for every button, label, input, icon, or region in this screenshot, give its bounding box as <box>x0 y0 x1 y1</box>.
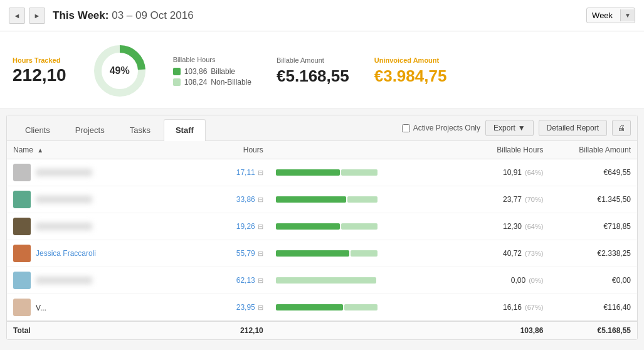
donut-label: 49% <box>110 65 130 77</box>
table-cell-name <box>7 267 199 294</box>
bar-green <box>276 196 346 203</box>
table-header-row: Name ▲ Hours Billable Hours Billable Amo… <box>7 141 637 159</box>
billable-pct-label: (0%) <box>527 277 543 284</box>
table-row: 19,26⊟12,30 (64%)€718,85 <box>7 213 637 240</box>
active-projects-checkbox-label[interactable]: Active Projects Only <box>402 124 480 132</box>
table-cell-billable-hours: 12,30 (64%) <box>445 213 550 240</box>
staff-name-link[interactable]: Jessica Fraccaroli <box>36 249 96 258</box>
table-cell-billable-amount: €116,40 <box>549 294 637 322</box>
hours-detail-icon: ⊟ <box>258 250 263 257</box>
table-cell-hours[interactable]: 17,11⊟ <box>199 159 270 186</box>
table-cell-hours[interactable]: 62,13⊟ <box>199 267 270 294</box>
detailed-report-button[interactable]: Detailed Report <box>539 120 607 136</box>
col-header-hours: Hours <box>199 141 270 159</box>
hours-link[interactable]: 55,79 <box>236 249 255 258</box>
export-button[interactable]: Export ▼ <box>485 120 534 136</box>
bar-green <box>276 223 340 230</box>
billable-hours-label: Billable Hours <box>173 56 251 63</box>
table-cell-hours[interactable]: 23,95⊟ <box>199 294 270 322</box>
active-projects-checkbox[interactable] <box>402 124 410 132</box>
hours-link[interactable]: 62,13 <box>236 276 255 285</box>
total-billable-amount: €5.168,55 <box>549 321 637 339</box>
print-button[interactable]: 🖨 <box>612 120 631 136</box>
bar-light <box>347 196 377 203</box>
week-title: This Week: 03 – 09 Oct 2016 <box>53 9 194 22</box>
billable-hours-value: 16,16 <box>503 303 522 312</box>
bar-light <box>344 304 377 310</box>
prev-button[interactable]: ◄ <box>9 8 25 24</box>
col-header-billable-hours: Billable Hours <box>445 141 550 159</box>
hours-detail-icon: ⊟ <box>258 169 263 176</box>
hours-link[interactable]: 33,86 <box>236 195 255 204</box>
tab-staff[interactable]: Staff <box>164 119 206 141</box>
table-row: Jessica Fraccaroli55,79⊟40,72 (73%)€2.33… <box>7 240 637 267</box>
table-cell-billable-hours: 16,16 (67%) <box>445 294 550 322</box>
table-cell-bar <box>270 267 445 294</box>
table-cell-hours[interactable]: 33,86⊟ <box>199 186 270 213</box>
table-cell-bar <box>270 240 445 267</box>
non-billable-hours-value: 108,24 <box>184 78 208 87</box>
total-billable-hours: 103,86 <box>445 321 550 339</box>
summary-bar: Hours Tracked 212,10 49% Billable Hours … <box>0 31 644 109</box>
billable-legend: 103,86 Billable 108,24 Non-Billable <box>173 67 251 87</box>
avatar <box>13 299 31 316</box>
avatar <box>13 218 31 235</box>
hours-link[interactable]: 17,11 <box>236 168 255 177</box>
billable-amount-section: Billable Amount €5.168,55 <box>277 56 349 86</box>
non-billable-legend-item: 108,24 Non-Billable <box>173 78 251 87</box>
tab-projects[interactable]: Projects <box>63 119 117 141</box>
bar-light <box>351 250 377 257</box>
col-header-billable-amount: Billable Amount <box>549 141 637 159</box>
total-hours: 212,10 <box>199 321 270 339</box>
non-billable-legend-label: Non-Billable <box>211 78 251 87</box>
billable-hours-value: 103,86 <box>184 67 208 76</box>
table-cell-billable-amount: €1.345,50 <box>549 186 637 213</box>
staff-table: Name ▲ Hours Billable Hours Billable Amo… <box>7 141 637 339</box>
bar-light <box>276 277 376 284</box>
period-select-input[interactable]: Week Day Month Year <box>587 8 620 23</box>
hours-link[interactable]: 23,95 <box>236 303 255 312</box>
bar-green <box>276 250 349 257</box>
table-cell-name <box>7 159 199 186</box>
staff-name-blurred <box>36 169 92 176</box>
table-cell-billable-hours: 0,00 (0%) <box>445 267 550 294</box>
sort-arrow-icon: ▲ <box>37 147 43 154</box>
select-arrow-icon: ▼ <box>620 9 635 21</box>
table-cell-hours[interactable]: 55,79⊟ <box>199 240 270 267</box>
hours-detail-icon: ⊟ <box>258 196 263 203</box>
table-total-row: Total212,10103,86€5.168,55 <box>7 321 637 339</box>
avatar <box>13 191 31 208</box>
billable-dot <box>173 68 181 75</box>
table-cell-billable-amount: €0,00 <box>549 267 637 294</box>
billable-hours-value: 0,00 <box>511 276 525 285</box>
avatar <box>13 164 31 181</box>
table-row: 17,11⊟10,91 (64%)€649,55 <box>7 159 637 186</box>
table-cell-hours[interactable]: 19,26⊟ <box>199 213 270 240</box>
export-dropdown-icon: ▼ <box>518 124 525 132</box>
tabs-bar: Clients Projects Tasks Staff Active Proj… <box>7 115 637 141</box>
hours-tracked-value: 212,10 <box>13 65 66 85</box>
billable-pct-label: (64%) <box>523 223 543 230</box>
billable-amount-label: Billable Amount <box>277 56 349 64</box>
col-header-bar <box>270 141 445 159</box>
total-bar-empty <box>270 321 445 339</box>
bar-light <box>341 169 377 176</box>
table-cell-bar <box>270 294 445 322</box>
tab-clients[interactable]: Clients <box>13 119 62 141</box>
table-cell-billable-hours: 23,77 (70%) <box>445 186 550 213</box>
hours-link[interactable]: 19,26 <box>236 222 255 231</box>
billable-hours-section: Billable Hours 103,86 Billable 108,24 No… <box>173 56 251 87</box>
table-cell-billable-hours: 40,72 (73%) <box>445 240 550 267</box>
table-cell-name <box>7 213 199 240</box>
next-button[interactable]: ► <box>29 8 45 24</box>
avatar <box>13 245 31 262</box>
non-billable-dot <box>173 78 181 86</box>
table-cell-billable-amount: €718,85 <box>549 213 637 240</box>
tab-tasks[interactable]: Tasks <box>118 119 162 141</box>
table-cell-name <box>7 186 199 213</box>
table-row: V...23,95⊟16,16 (67%)€116,40 <box>7 294 637 322</box>
hours-detail-icon: ⊟ <box>258 277 263 284</box>
col-header-name[interactable]: Name ▲ <box>7 141 199 159</box>
billable-pct-label: (70%) <box>523 196 543 203</box>
period-selector[interactable]: Week Day Month Year ▼ <box>586 8 635 23</box>
